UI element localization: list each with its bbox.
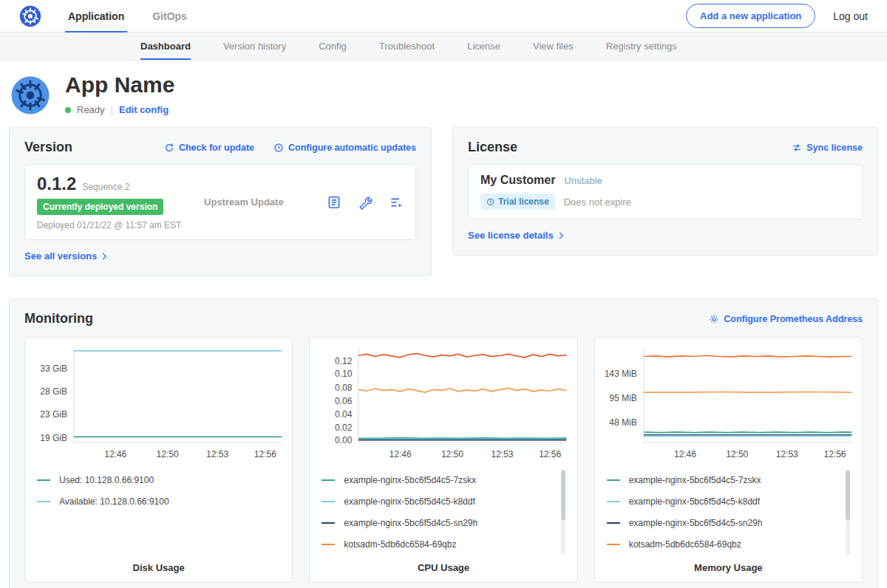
legend-color-dash bbox=[322, 544, 335, 545]
add-new-application-button[interactable]: Add a new application bbox=[686, 4, 815, 28]
y-axis-label: 48 MiB bbox=[609, 417, 636, 428]
subnav-tab-troubleshoot[interactable]: Troubleshoot bbox=[379, 33, 435, 60]
y-axis-label: 0.04 bbox=[335, 409, 352, 420]
series-line bbox=[358, 438, 566, 439]
y-axis-label: 0.06 bbox=[335, 396, 352, 406]
subnav-tab-dashboard[interactable]: Dashboard bbox=[140, 33, 191, 60]
charts-row: 33 GiB28 GiB23 GiB19 GiB 12:4612:5012:53… bbox=[24, 337, 863, 583]
deployed-timestamp: Deployed 01/21/22 @ 11:57 am EST bbox=[37, 220, 194, 230]
sync-license-link[interactable]: Sync license bbox=[792, 143, 863, 153]
subnav-tab-registry-settings[interactable]: Registry settings bbox=[606, 33, 677, 60]
legend-label: example-nginx-5bc6f5d4c5-k8ddf bbox=[629, 496, 760, 507]
x-axis-label: 12:53 bbox=[491, 449, 513, 459]
upstream-update-label: Upstream Update bbox=[204, 196, 284, 208]
x-axis-label: 12:53 bbox=[206, 449, 228, 459]
chart-plot bbox=[358, 348, 566, 442]
customer-name: My Customer bbox=[480, 174, 555, 187]
nav-tab-gitops[interactable]: GitOps bbox=[152, 0, 187, 33]
y-axis-label: 0.10 bbox=[335, 369, 352, 379]
subnav-tabs: DashboardVersion historyConfigTroublesho… bbox=[0, 33, 887, 61]
y-axis-label: 33 GiB bbox=[40, 363, 67, 374]
chart-card: 0.120.100.080.060.040.020.00 12:4612:501… bbox=[309, 337, 577, 583]
deploy-logs-icon[interactable] bbox=[389, 195, 404, 210]
kubernetes-logo-icon[interactable] bbox=[19, 5, 41, 27]
y-axis-label: 0.00 bbox=[335, 435, 352, 445]
series-line bbox=[644, 355, 852, 357]
sync-arrows-icon bbox=[792, 143, 802, 153]
x-axis-label: 12:46 bbox=[390, 449, 412, 459]
license-card: License Sync license My Customer Unstabl… bbox=[452, 127, 878, 256]
subnav-tab-view-files[interactable]: View files bbox=[533, 33, 574, 60]
top-navbar: Application GitOps Add a new application… bbox=[0, 0, 887, 33]
legend-scrollbar[interactable] bbox=[561, 469, 565, 555]
legend-item: example-nginx-5bc6f5d4c5-k8ddf bbox=[322, 490, 554, 512]
status-ready-dot-icon bbox=[65, 107, 71, 113]
gear-icon bbox=[709, 314, 719, 324]
chart-legend: example-nginx-5bc6f5d4c5-7zskxexample-ng… bbox=[607, 469, 840, 555]
edit-config-link[interactable]: Edit config bbox=[119, 104, 169, 115]
configure-prometheus-link[interactable]: Configure Prometheus Address bbox=[709, 314, 863, 324]
legend-item: example-nginx-5bc6f5d4c5-7zskx bbox=[607, 469, 840, 490]
x-axis-label: 12:50 bbox=[441, 449, 463, 459]
legend-item: kotsadm-5db6dc6584-69qbz bbox=[607, 533, 840, 555]
y-axis-label: 0.08 bbox=[335, 383, 352, 393]
x-axis-label: 12:50 bbox=[157, 449, 179, 459]
license-card-title: License bbox=[468, 140, 517, 155]
series-line bbox=[644, 392, 852, 393]
legend-label: example-nginx-5bc6f5d4c5-sn29h bbox=[629, 518, 763, 528]
legend-label: example-nginx-5bc6f5d4c5-7zskx bbox=[629, 475, 761, 485]
chart-title: CPU Usage bbox=[320, 555, 566, 573]
legend-label: kotsadm-5db6dc6584-69qbz bbox=[344, 539, 456, 550]
version-number: 0.1.2 bbox=[37, 174, 76, 194]
y-axis-label: 23 GiB bbox=[40, 409, 67, 420]
legend-color-dash bbox=[37, 479, 50, 481]
nav-tab-application[interactable]: Application bbox=[68, 0, 124, 33]
config-wrench-icon[interactable] bbox=[358, 195, 373, 210]
legend-label: Available: 10.128.0.66:9100 bbox=[59, 496, 169, 507]
app-logo-icon bbox=[10, 75, 50, 115]
channel-label: Unstable bbox=[564, 175, 602, 186]
chevron-right-icon bbox=[557, 231, 565, 240]
current-version-panel: 0.1.2 Sequence 2 Currently deployed vers… bbox=[24, 164, 416, 240]
app-header: App Name Ready | Edit config bbox=[0, 61, 887, 124]
legend-color-dash bbox=[322, 522, 335, 524]
status-text: Ready bbox=[77, 104, 105, 115]
chevron-right-icon bbox=[100, 252, 109, 261]
x-axis: 12:4612:5012:5312:56 bbox=[74, 442, 282, 462]
subnav-tab-version-history[interactable]: Version history bbox=[223, 33, 286, 60]
subnav-tab-license[interactable]: License bbox=[467, 33, 500, 60]
chart-title: Disk Usage bbox=[35, 555, 282, 573]
chart-legend: example-nginx-5bc6f5d4c5-7zskxexample-ng… bbox=[322, 469, 554, 555]
legend-item: example-nginx-5bc6f5d4c5-k8ddf bbox=[607, 490, 840, 512]
legend-label: example-nginx-5bc6f5d4c5-sn29h bbox=[344, 518, 478, 528]
series-line bbox=[358, 388, 566, 392]
x-axis-label: 12:46 bbox=[104, 449, 126, 459]
configure-automatic-updates-link[interactable]: Configure automatic updates bbox=[273, 143, 416, 153]
release-notes-icon[interactable] bbox=[327, 195, 341, 210]
trial-license-badge: Trial license bbox=[480, 194, 555, 210]
check-for-update-link[interactable]: Check for update bbox=[164, 143, 254, 153]
y-axis-label: 0.12 bbox=[335, 356, 352, 366]
subnav-tab-config[interactable]: Config bbox=[319, 33, 347, 60]
see-all-versions-link[interactable]: See all versions bbox=[24, 250, 109, 261]
see-license-details-link[interactable]: See license details bbox=[468, 230, 565, 241]
chart-title: Memory Usage bbox=[605, 555, 852, 573]
y-axis-label: 0.02 bbox=[335, 423, 352, 433]
logout-button[interactable]: Log out bbox=[833, 10, 868, 22]
deployed-version-badge: Currently deployed version bbox=[37, 199, 163, 215]
legend-label: example-nginx-5bc6f5d4c5-7zskx bbox=[344, 475, 476, 485]
monitoring-card: Monitoring Configure Prometheus Address … bbox=[9, 298, 878, 588]
legend-color-dash bbox=[322, 479, 335, 481]
x-axis-label: 12:56 bbox=[823, 449, 846, 459]
y-axis-label: 28 GiB bbox=[40, 386, 67, 397]
x-axis: 12:4612:5012:5312:56 bbox=[644, 442, 852, 462]
series-line bbox=[644, 432, 852, 433]
legend-color-dash bbox=[607, 522, 620, 524]
x-axis-label: 12:56 bbox=[539, 449, 561, 459]
x-axis-label: 12:50 bbox=[726, 449, 748, 459]
legend-scrollbar[interactable] bbox=[846, 469, 850, 555]
refresh-icon bbox=[164, 143, 174, 153]
page-title: App Name bbox=[65, 72, 174, 98]
chart-card: 143 MiB95 MiB48 MiB 12:4612:5012:5312:56… bbox=[594, 337, 863, 583]
legend-label: kotsadm-5db6dc6584-69qbz bbox=[629, 539, 741, 550]
